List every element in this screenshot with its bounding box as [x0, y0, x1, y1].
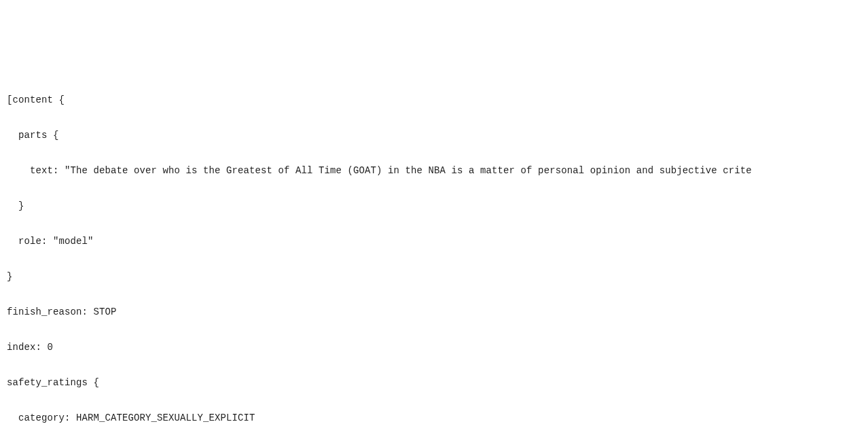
code-output-block: [content { parts { text: "The debate ove…: [7, 73, 861, 441]
code-line: }: [7, 268, 861, 285]
code-line: finish_reason: STOP: [7, 303, 861, 321]
code-line: parts {: [7, 126, 861, 144]
code-line: category: HARM_CATEGORY_SEXUALLY_EXPLICI…: [7, 409, 861, 427]
code-line: [content {: [7, 91, 861, 109]
code-line: }: [7, 197, 861, 215]
code-line: text: "The debate over who is the Greate…: [7, 162, 861, 179]
code-line: role: "model": [7, 232, 861, 250]
code-line: index: 0: [7, 338, 861, 356]
code-line: safety_ratings {: [7, 374, 861, 391]
